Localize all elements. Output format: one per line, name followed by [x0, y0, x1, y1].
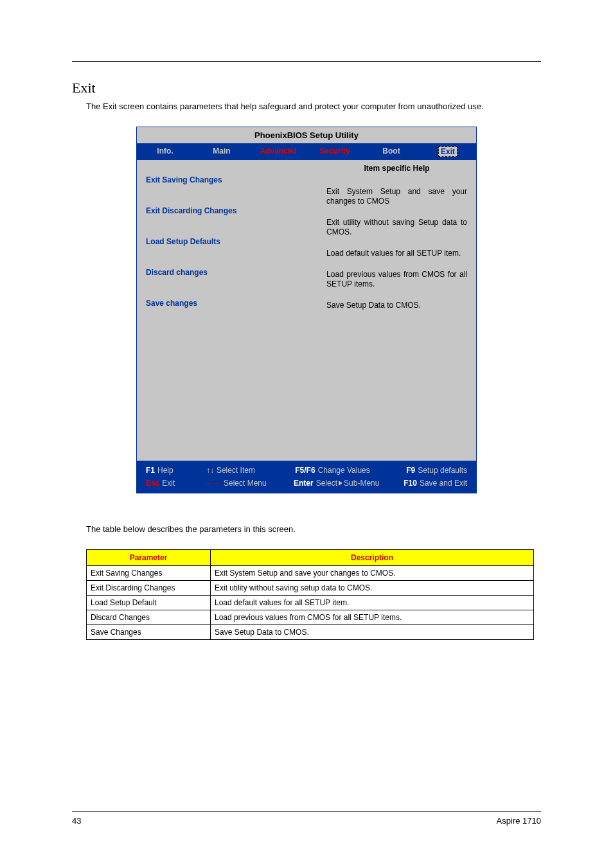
bios-help-1: Exit utility without saving Setup data t…	[326, 218, 467, 237]
select-label: Select	[316, 479, 337, 488]
table-row: Exit Discarding ChangesExit utility with…	[87, 581, 534, 596]
bios-help-title: Item specific Help	[326, 164, 467, 173]
save-and-exit-label: Save and Exit	[420, 479, 467, 488]
parameter-table: Parameter Description Exit Saving Change…	[86, 549, 534, 640]
footer-help: F1Help	[146, 466, 206, 475]
th-parameter: Parameter	[87, 550, 211, 566]
product-name: Aspire 1710	[497, 816, 541, 826]
f1-key-label: F1	[146, 466, 155, 475]
footer-setup-defaults: F9Setup defaults	[406, 466, 467, 475]
select-item-label: Select Item	[217, 466, 255, 475]
document-page: Exit The Exit screen contains parameters…	[0, 0, 613, 868]
cell-desc: Save Setup Data to CMOS.	[211, 625, 534, 640]
intro-text: The Exit screen contains parameters that…	[86, 102, 541, 111]
cell-desc: Exit utility without saving setup data t…	[211, 581, 534, 596]
f5f6-key-label: F5/F6	[295, 466, 315, 475]
footer-change-values: F5/F6Change Values	[295, 466, 406, 475]
cell-param: Save Changes	[87, 625, 211, 640]
bios-title: PhoenixBIOS Setup Utility	[137, 127, 476, 143]
bios-tab-bar: Info. Main Advanced Security Boot Exit	[137, 143, 476, 160]
f10-key-label: F10	[404, 479, 417, 488]
cell-desc: Exit System Setup and save your changes …	[211, 566, 534, 581]
enter-key-label: Enter	[294, 479, 314, 488]
change-values-label: Change Values	[318, 466, 370, 475]
bios-tab-exit[interactable]: Exit	[420, 143, 476, 160]
f9-key-label: F9	[406, 466, 415, 475]
bios-tab-exit-label: Exit	[438, 146, 458, 157]
bios-help-pane: Item specific Help Exit System Setup and…	[320, 160, 476, 461]
select-menu-label: Select Menu	[224, 479, 267, 488]
footer-save-and-exit: F10Save and Exit	[404, 479, 467, 488]
submenu-label: Sub-Menu	[344, 479, 379, 488]
exit-label: Exit	[162, 479, 175, 488]
bios-footer-row-1: F1Help ↑↓Select Item F5/F6Change Values …	[146, 466, 467, 475]
page-footer: 43 Aspire 1710	[72, 811, 541, 826]
bios-footer: F1Help ↑↓Select Item F5/F6Change Values …	[137, 461, 476, 493]
bios-screenshot: PhoenixBIOS Setup Utility Info. Main Adv…	[136, 127, 477, 493]
bios-item-load-defaults[interactable]: Load Setup Defaults	[146, 237, 311, 246]
footer-select-item: ↑↓Select Item	[206, 466, 295, 475]
footer-select-menu: ←→Select Menu	[206, 479, 294, 488]
bios-item-discard-changes[interactable]: Discard changes	[146, 268, 311, 277]
bios-tab-info[interactable]: Info.	[137, 143, 193, 160]
table-row: Discard ChangesLoad previous values from…	[87, 610, 534, 625]
bios-tab-advanced[interactable]: Advanced	[250, 143, 306, 160]
bios-items-pane: Exit Saving Changes Exit Discarding Chan…	[137, 160, 320, 461]
updown-arrow-icon: ↑↓	[206, 466, 214, 475]
triangle-right-icon	[339, 481, 342, 486]
cell-param: Exit Saving Changes	[87, 566, 211, 581]
cell-param: Exit Discarding Changes	[87, 581, 211, 596]
bios-tab-main[interactable]: Main	[193, 143, 250, 160]
bios-body: Exit Saving Changes Exit Discarding Chan…	[137, 160, 476, 461]
footer-exit: EscExit	[146, 479, 206, 488]
table-row: Exit Saving ChangesExit System Setup and…	[87, 566, 534, 581]
cell-param: Discard Changes	[87, 610, 211, 625]
th-description: Description	[211, 550, 534, 566]
leftright-arrow-icon: ←→	[206, 479, 221, 488]
page-number: 43	[72, 816, 81, 826]
bios-help-3: Load previous values from CMOS for all S…	[326, 270, 467, 289]
bios-item-exit-saving[interactable]: Exit Saving Changes	[146, 175, 311, 184]
footer-row: 43 Aspire 1710	[72, 816, 541, 826]
table-caption: The table below describes the parameters…	[86, 524, 541, 534]
bios-tab-security[interactable]: Security	[306, 143, 363, 160]
setup-defaults-label: Setup defaults	[418, 466, 467, 475]
bios-help-4: Save Setup Data to CMOS.	[326, 301, 467, 310]
section-title: Exit	[72, 80, 541, 96]
table-header-row: Parameter Description	[87, 550, 534, 566]
cell-param: Load Setup Default	[87, 596, 211, 610]
cell-desc: Load previous values from CMOS for all S…	[211, 610, 534, 625]
bios-footer-row-2: EscExit ←→Select Menu EnterSelectSub-Men…	[146, 479, 467, 488]
top-rule	[72, 61, 541, 62]
footer-select-submenu: EnterSelectSub-Menu	[294, 479, 404, 488]
cell-desc: Load default values for all SETUP item.	[211, 596, 534, 610]
esc-key-label: Esc	[146, 479, 159, 488]
table-row: Save ChangesSave Setup Data to CMOS.	[87, 625, 534, 640]
bios-tab-boot[interactable]: Boot	[363, 143, 420, 160]
bios-help-0: Exit System Setup and save your changes …	[326, 187, 467, 206]
bios-item-exit-discarding[interactable]: Exit Discarding Changes	[146, 206, 311, 215]
help-label: Help	[157, 466, 173, 475]
table-row: Load Setup DefaultLoad default values fo…	[87, 596, 534, 610]
bios-item-save-changes[interactable]: Save changes	[146, 299, 311, 308]
footer-rule	[72, 811, 541, 812]
bios-help-2: Load default values for all SETUP item.	[326, 249, 467, 258]
